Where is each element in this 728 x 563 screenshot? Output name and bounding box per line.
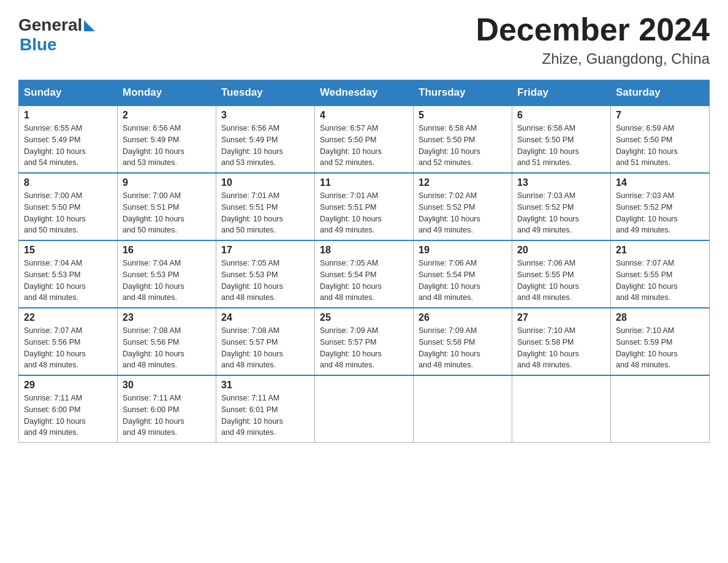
day-number: 17 — [221, 245, 309, 256]
day-info: Sunrise: 7:05 AMSunset: 5:53 PMDaylight:… — [221, 258, 309, 304]
day-cell: 3Sunrise: 6:56 AMSunset: 5:49 PMDaylight… — [216, 105, 315, 173]
day-number: 24 — [221, 312, 309, 323]
title-area: December 2024 Zhize, Guangdong, China — [476, 12, 710, 67]
day-cell: 29Sunrise: 7:11 AMSunset: 6:00 PMDayligh… — [19, 375, 118, 443]
day-cell: 19Sunrise: 7:06 AMSunset: 5:54 PMDayligh… — [414, 240, 512, 308]
day-number: 15 — [24, 245, 112, 256]
day-number: 9 — [123, 177, 211, 188]
day-cell: 12Sunrise: 7:02 AMSunset: 5:52 PMDayligh… — [414, 173, 512, 240]
day-info: Sunrise: 7:00 AMSunset: 5:51 PMDaylight:… — [123, 190, 211, 236]
day-number: 25 — [320, 312, 408, 323]
day-cell: 24Sunrise: 7:08 AMSunset: 5:57 PMDayligh… — [216, 308, 315, 375]
day-number: 30 — [123, 380, 211, 391]
day-cell: 10Sunrise: 7:01 AMSunset: 5:51 PMDayligh… — [216, 173, 315, 240]
day-cell: 31Sunrise: 7:11 AMSunset: 6:01 PMDayligh… — [216, 375, 315, 443]
week-row-1: 1Sunrise: 6:55 AMSunset: 5:49 PMDaylight… — [19, 105, 710, 173]
day-info: Sunrise: 7:05 AMSunset: 5:54 PMDaylight:… — [320, 258, 408, 304]
day-cell: 18Sunrise: 7:05 AMSunset: 5:54 PMDayligh… — [315, 240, 414, 308]
day-number: 7 — [616, 110, 704, 121]
day-info: Sunrise: 7:11 AMSunset: 6:00 PMDaylight:… — [123, 393, 211, 439]
day-info: Sunrise: 7:07 AMSunset: 5:55 PMDaylight:… — [616, 258, 704, 304]
day-number: 11 — [320, 177, 408, 188]
week-row-5: 29Sunrise: 7:11 AMSunset: 6:00 PMDayligh… — [19, 375, 710, 443]
week-row-3: 15Sunrise: 7:04 AMSunset: 5:53 PMDayligh… — [19, 240, 710, 308]
day-number: 6 — [517, 110, 605, 121]
day-cell: 9Sunrise: 7:00 AMSunset: 5:51 PMDaylight… — [118, 173, 216, 240]
svg-marker-0 — [84, 20, 95, 31]
day-cell — [611, 375, 710, 443]
day-cell: 7Sunrise: 6:59 AMSunset: 5:50 PMDaylight… — [611, 105, 710, 173]
day-cell: 14Sunrise: 7:03 AMSunset: 5:52 PMDayligh… — [611, 173, 710, 240]
day-cell — [512, 375, 611, 443]
day-info: Sunrise: 7:08 AMSunset: 5:57 PMDaylight:… — [221, 325, 309, 371]
day-number: 5 — [419, 110, 507, 121]
col-tuesday: Tuesday — [216, 80, 315, 106]
day-number: 23 — [123, 312, 211, 323]
day-info: Sunrise: 7:07 AMSunset: 5:56 PMDaylight:… — [24, 325, 112, 371]
day-cell: 15Sunrise: 7:04 AMSunset: 5:53 PMDayligh… — [19, 240, 118, 308]
day-cell: 21Sunrise: 7:07 AMSunset: 5:55 PMDayligh… — [611, 240, 710, 308]
day-info: Sunrise: 7:10 AMSunset: 5:59 PMDaylight:… — [616, 325, 704, 371]
day-cell — [414, 375, 512, 443]
day-cell: 8Sunrise: 7:00 AMSunset: 5:50 PMDaylight… — [19, 173, 118, 240]
day-cell: 26Sunrise: 7:09 AMSunset: 5:58 PMDayligh… — [414, 308, 512, 375]
day-cell: 17Sunrise: 7:05 AMSunset: 5:53 PMDayligh… — [216, 240, 315, 308]
header-row: Sunday Monday Tuesday Wednesday Thursday… — [19, 80, 710, 106]
day-cell: 1Sunrise: 6:55 AMSunset: 5:49 PMDaylight… — [19, 105, 118, 173]
day-info: Sunrise: 7:08 AMSunset: 5:56 PMDaylight:… — [123, 325, 211, 371]
col-sunday: Sunday — [19, 80, 118, 106]
location-title: Zhize, Guangdong, China — [476, 50, 710, 67]
day-number: 4 — [320, 110, 408, 121]
day-info: Sunrise: 7:01 AMSunset: 5:51 PMDaylight:… — [221, 190, 309, 236]
col-friday: Friday — [512, 80, 611, 106]
logo-blue-text: Blue — [20, 35, 57, 55]
day-number: 10 — [221, 177, 309, 188]
week-row-2: 8Sunrise: 7:00 AMSunset: 5:50 PMDaylight… — [19, 173, 710, 240]
day-number: 8 — [24, 177, 112, 188]
col-monday: Monday — [118, 80, 216, 106]
day-number: 20 — [517, 245, 605, 256]
logo: General Blue — [18, 12, 95, 55]
day-info: Sunrise: 7:02 AMSunset: 5:52 PMDaylight:… — [419, 190, 507, 236]
day-cell: 16Sunrise: 7:04 AMSunset: 5:53 PMDayligh… — [118, 240, 216, 308]
day-info: Sunrise: 7:03 AMSunset: 5:52 PMDaylight:… — [517, 190, 605, 236]
day-info: Sunrise: 6:57 AMSunset: 5:50 PMDaylight:… — [320, 123, 408, 169]
day-number: 31 — [221, 380, 309, 391]
day-info: Sunrise: 7:06 AMSunset: 5:54 PMDaylight:… — [419, 258, 507, 304]
col-thursday: Thursday — [414, 80, 512, 106]
day-number: 21 — [616, 245, 704, 256]
day-cell: 5Sunrise: 6:58 AMSunset: 5:50 PMDaylight… — [414, 105, 512, 173]
day-cell: 22Sunrise: 7:07 AMSunset: 5:56 PMDayligh… — [19, 308, 118, 375]
day-info: Sunrise: 7:06 AMSunset: 5:55 PMDaylight:… — [517, 258, 605, 304]
day-number: 16 — [123, 245, 211, 256]
day-info: Sunrise: 7:00 AMSunset: 5:50 PMDaylight:… — [24, 190, 112, 236]
day-info: Sunrise: 6:59 AMSunset: 5:50 PMDaylight:… — [616, 123, 704, 169]
day-info: Sunrise: 7:04 AMSunset: 5:53 PMDaylight:… — [24, 258, 112, 304]
day-number: 26 — [419, 312, 507, 323]
day-info: Sunrise: 6:58 AMSunset: 5:50 PMDaylight:… — [517, 123, 605, 169]
day-cell: 30Sunrise: 7:11 AMSunset: 6:00 PMDayligh… — [118, 375, 216, 443]
day-info: Sunrise: 7:09 AMSunset: 5:58 PMDaylight:… — [419, 325, 507, 371]
day-info: Sunrise: 7:03 AMSunset: 5:52 PMDaylight:… — [616, 190, 704, 236]
col-wednesday: Wednesday — [315, 80, 414, 106]
logo-general-text: General — [18, 15, 82, 35]
col-saturday: Saturday — [611, 80, 710, 106]
day-cell: 23Sunrise: 7:08 AMSunset: 5:56 PMDayligh… — [118, 308, 216, 375]
day-info: Sunrise: 7:10 AMSunset: 5:58 PMDaylight:… — [517, 325, 605, 371]
logo-triangle-icon — [84, 20, 95, 34]
day-number: 12 — [419, 177, 507, 188]
header: General Blue December 2024 Zhize, Guangd… — [18, 12, 710, 67]
day-cell: 13Sunrise: 7:03 AMSunset: 5:52 PMDayligh… — [512, 173, 611, 240]
day-number: 18 — [320, 245, 408, 256]
day-number: 3 — [221, 110, 309, 121]
calendar-table: Sunday Monday Tuesday Wednesday Thursday… — [18, 80, 710, 443]
day-cell: 27Sunrise: 7:10 AMSunset: 5:58 PMDayligh… — [512, 308, 611, 375]
day-number: 2 — [123, 110, 211, 121]
day-info: Sunrise: 7:09 AMSunset: 5:57 PMDaylight:… — [320, 325, 408, 371]
day-cell: 2Sunrise: 6:56 AMSunset: 5:49 PMDaylight… — [118, 105, 216, 173]
day-cell: 28Sunrise: 7:10 AMSunset: 5:59 PMDayligh… — [611, 308, 710, 375]
day-info: Sunrise: 7:04 AMSunset: 5:53 PMDaylight:… — [123, 258, 211, 304]
day-number: 14 — [616, 177, 704, 188]
day-info: Sunrise: 6:58 AMSunset: 5:50 PMDaylight:… — [419, 123, 507, 169]
day-cell: 11Sunrise: 7:01 AMSunset: 5:51 PMDayligh… — [315, 173, 414, 240]
